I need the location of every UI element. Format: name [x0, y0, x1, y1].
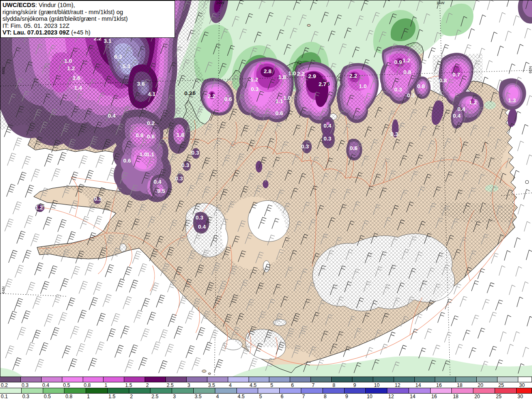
- legend-tick-label: 0.8: [65, 394, 72, 399]
- precip-value-label: 1.1: [147, 151, 155, 158]
- vestmannaeyjar-island: [202, 370, 206, 372]
- legend-tick-label: 20: [474, 394, 480, 399]
- precip-value-label: 0.3: [196, 214, 204, 221]
- precip-value-label: 0.5: [158, 188, 165, 194]
- legend-tick-label: 3.5: [208, 382, 215, 388]
- precip-value-label: 1.0: [64, 58, 72, 64]
- legend-segment: [323, 388, 345, 393]
- precip-value-label: 0.3: [394, 86, 402, 93]
- legend-tick-label: 25: [498, 382, 504, 388]
- precip-value-label: 0.6: [224, 96, 232, 102]
- legend-tick-label: 5: [270, 382, 273, 388]
- legend-tick-label: 1.5: [108, 394, 116, 399]
- legend-segment: [452, 388, 473, 393]
- legend-tick-label: 6: [281, 394, 283, 399]
- title-line-4: IT: Fim. 05. 01. 2023 12Z: [2, 22, 172, 30]
- precip-value-label: 2.2: [208, 93, 216, 99]
- legend-segment: [83, 377, 104, 382]
- legend-tick-label: 7: [302, 394, 305, 399]
- iceland-precip-wind-map: 2.23.16.35.33.64.11.01.21.61.40.40.20.80…: [0, 0, 532, 377]
- lon-label-15w: 15W: [436, 0, 445, 5]
- precip-value-label: 3.1: [104, 38, 112, 44]
- legend-segment: [145, 377, 166, 382]
- legend-tick-label: 12: [388, 394, 394, 399]
- legend-segment: [64, 388, 86, 393]
- precip-value-label: 0.3: [175, 175, 183, 182]
- legend-tick-label: 1: [87, 394, 90, 399]
- precip-value-label: 1.8: [278, 74, 286, 80]
- precip-value-label: 0.8: [417, 83, 425, 89]
- legend-tick-label: 4: [229, 382, 232, 388]
- legend-tick-label: 10: [367, 394, 372, 399]
- legend-segment: [301, 388, 323, 393]
- legend-tick-label: 0.5: [44, 394, 51, 399]
- legend-segment: [150, 388, 172, 393]
- legend-segment: [21, 377, 42, 382]
- precip-value-label: 0.3: [192, 150, 200, 156]
- precip-value-label: 2.2: [350, 73, 357, 79]
- precip-value-label: 0.2: [185, 90, 192, 96]
- legend-segment: [415, 377, 436, 382]
- legend-segment: [43, 388, 65, 393]
- weather-map-page: 2.23.16.35.33.64.11.01.21.61.40.40.20.80…: [0, 0, 532, 399]
- precip-value-label: 1.3: [508, 97, 516, 103]
- legend-segment: [435, 377, 456, 382]
- lon-label-20w: 20W: [216, 0, 224, 5]
- legend-segment: [62, 377, 83, 382]
- legend-tick-label: 4: [216, 394, 219, 399]
- lat-label-66n-left: 66N: [1, 67, 5, 74]
- legend-segment: [394, 377, 415, 382]
- legend-segment: [237, 388, 259, 393]
- map-canvas: 2.23.16.35.33.64.11.01.21.61.40.40.20.80…: [0, 0, 532, 377]
- precip-value-label: 3.6: [137, 81, 145, 87]
- legend-tick-label: 3: [173, 394, 176, 399]
- precip-value-label: 0.3: [182, 162, 190, 168]
- legend-tick-label: 7: [312, 382, 315, 388]
- legend-segment: [477, 377, 498, 382]
- legend-segment: [228, 377, 249, 382]
- title-line-5: VT: Lau. 07.01.2023 09Z (+45 h): [2, 29, 172, 36]
- title-box: UWC/ECDS: Vindur (10m), rigning/skúrir (…: [0, 0, 175, 38]
- legend-tick-label: 2.5: [167, 382, 174, 388]
- precip-value-label: 1.0: [140, 151, 148, 158]
- precip-value-label: 0.3: [94, 196, 102, 202]
- legend-tick-label: 2.5: [152, 394, 159, 399]
- precip-value-label: 0.8: [136, 132, 144, 138]
- legend-segment: [129, 388, 151, 393]
- legend-segment: [290, 377, 311, 382]
- precip-value-label: 6: [192, 90, 196, 96]
- legend-tick-label: 16: [436, 382, 441, 388]
- legend-segment: [172, 388, 194, 393]
- title-line-3: slydda/snjókoma (grátt/bleikt/grænt - mm…: [2, 15, 172, 22]
- precip-value-label: 6.3: [114, 54, 122, 60]
- legend-tick-label: 4.5: [238, 394, 245, 399]
- precip-value-label: 0.8: [404, 69, 411, 75]
- legend-tick-label: 25: [496, 394, 501, 399]
- precip-value-label: 6: [327, 81, 330, 87]
- legend-tick-label: 6: [291, 382, 294, 388]
- precip-value-label: 1.0: [288, 70, 296, 76]
- legend-tick-label: 18: [453, 394, 458, 399]
- legend-tick-label: 0.4: [42, 382, 49, 388]
- precip-value-label: 0.4: [154, 179, 162, 185]
- legend-tick-label: 30: [519, 382, 525, 388]
- legend-segment: [187, 377, 207, 382]
- precip-value-label: 0.7: [453, 71, 461, 78]
- legend-segment: [495, 388, 517, 393]
- legend-segment: [518, 377, 532, 382]
- precip-value-label: 0.4: [198, 224, 206, 230]
- legend-tick-label: 10: [374, 382, 379, 388]
- precip-value-label: 0.2: [147, 120, 155, 126]
- legend-segment: [280, 388, 301, 393]
- legend-segment: [42, 377, 62, 382]
- precip-legend: 0.20.30.40.50.811.522.533.544.5567891012…: [0, 377, 532, 399]
- precip-value-label: 2.2: [297, 71, 305, 77]
- legend-segment: [409, 388, 431, 393]
- legend-segment: [108, 388, 129, 393]
- precip-value-label: 1.2: [403, 57, 411, 64]
- precip-value-label: 1.0: [283, 95, 291, 101]
- lat-label-64n-left: 64N: [1, 286, 5, 293]
- legend-tick-label: 0.3: [22, 382, 29, 388]
- legend-labels-rain: 0.10.30.50.811.522.533.544.5567891012141…: [0, 394, 532, 399]
- precip-value-label: 0.9: [394, 59, 402, 65]
